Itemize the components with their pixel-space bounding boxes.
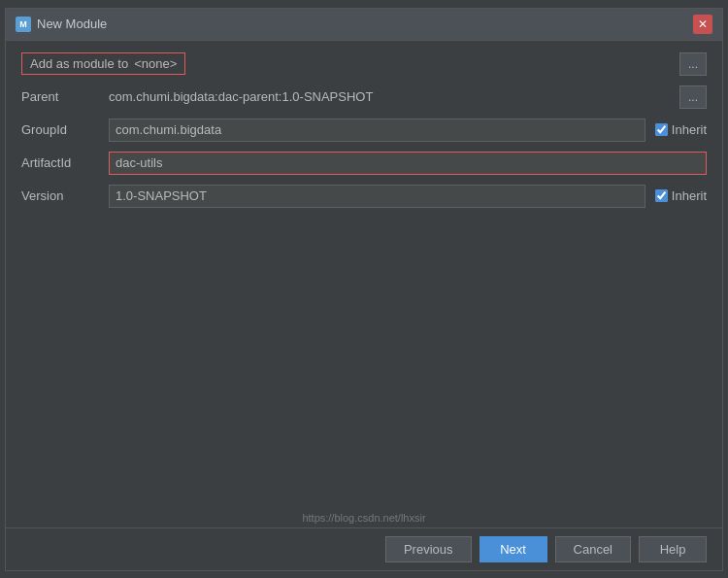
group-id-row: GroupId Inherit — [21, 119, 707, 142]
dialog-title: New Module — [37, 17, 107, 31]
group-id-inherit-label: Inherit — [672, 122, 707, 137]
version-inherit: Inherit — [655, 188, 707, 203]
title-bar: M New Module ✕ — [6, 9, 722, 41]
parent-label: Parent — [21, 89, 109, 104]
new-module-dialog: M New Module ✕ Add as module to <none> .… — [5, 8, 723, 571]
help-button[interactable]: Help — [639, 536, 707, 562]
svg-text:M: M — [19, 19, 27, 29]
add-as-module-row: Add as module to <none> ... — [21, 52, 707, 76]
previous-button[interactable]: Previous — [385, 536, 472, 562]
footer: Previous Next Cancel Help — [6, 527, 722, 570]
close-button[interactable]: ✕ — [693, 15, 712, 34]
add-as-module-label: Add as module to — [30, 56, 128, 71]
artifact-id-input[interactable] — [109, 152, 707, 175]
add-as-module-browse-button[interactable]: ... — [679, 52, 707, 76]
parent-value: com.chumi.bigdata:dac-parent:1.0-SNAPSHO… — [109, 89, 672, 104]
parent-row: Parent com.chumi.bigdata:dac-parent:1.0-… — [21, 85, 707, 109]
title-bar-left: M New Module — [16, 17, 107, 32]
version-label: Version — [21, 188, 109, 203]
group-id-label: GroupId — [21, 122, 109, 137]
parent-browse-button[interactable]: ... — [679, 85, 707, 109]
cancel-button[interactable]: Cancel — [555, 536, 631, 562]
content-area — [21, 218, 707, 500]
watermark: https://blog.csdn.net/lhxsir — [6, 512, 722, 527]
add-as-module-value: <none> — [134, 56, 177, 71]
add-as-module-box: Add as module to <none> — [21, 52, 185, 75]
artifact-id-row: ArtifactId — [21, 152, 707, 175]
artifact-id-label: ArtifactId — [21, 155, 109, 170]
next-button[interactable]: Next — [480, 536, 547, 562]
group-id-inherit: Inherit — [655, 122, 707, 137]
watermark-area: https://blog.csdn.net/lhxsir — [6, 512, 722, 527]
version-input[interactable] — [109, 185, 645, 208]
dialog-icon: M — [16, 17, 31, 32]
version-row: Version Inherit — [21, 185, 707, 208]
dialog-body: Add as module to <none> ... Parent com.c… — [6, 41, 722, 512]
version-inherit-label: Inherit — [672, 188, 707, 203]
version-inherit-checkbox[interactable] — [655, 189, 668, 202]
group-id-inherit-checkbox[interactable] — [655, 123, 668, 136]
group-id-input[interactable] — [109, 119, 645, 142]
